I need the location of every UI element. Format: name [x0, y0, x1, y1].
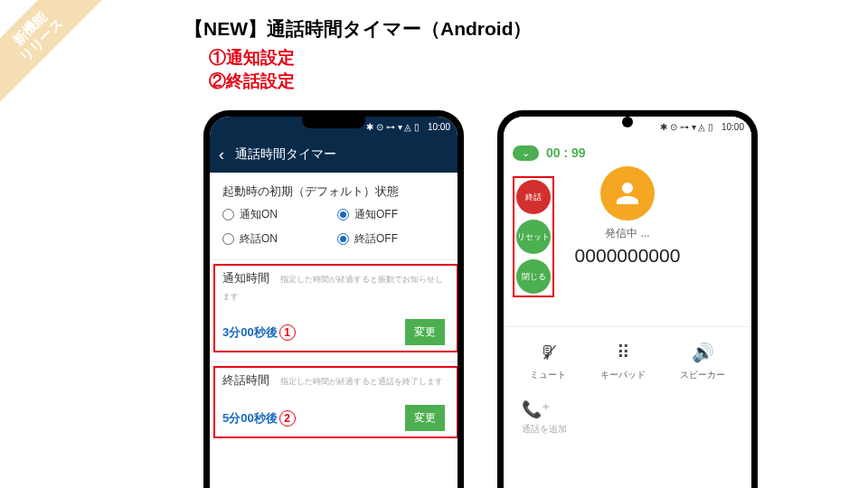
call-actions-row: 🎙︎̸ ミュート ⠿ キーパッド 🔊 スピーカー: [504, 326, 751, 389]
mute-button[interactable]: 🎙︎̸ ミュート: [530, 342, 566, 381]
call-elapsed-time: 00 : 99: [546, 145, 586, 160]
end-change-button[interactable]: 変更: [405, 405, 445, 431]
floating-timer-controls: 終話 リセット 閉じる: [516, 180, 551, 294]
phone-mock-call: ✱ ⊙ ⊶ ▾ ◬ ▯ 10:00 ⌄ 00 : 99 発信中 ... 0000…: [497, 110, 758, 488]
radio-notify-on[interactable]: 通知ON: [222, 207, 330, 222]
reset-button[interactable]: リセット: [516, 220, 551, 254]
keypad-icon: ⠿: [617, 342, 630, 363]
phone-mock-settings: ✱ ⊙ ⊶ ▾ ◬ ▯ 10:00 ‹ 通話時間タイマー 起動時の初期（デフォル…: [203, 110, 464, 488]
screen-title: 通話時間タイマー: [235, 146, 336, 163]
callout-1: ①通知設定: [209, 46, 295, 70]
app-bar: ‹ 通話時間タイマー: [210, 136, 458, 173]
notify-time-block: 通知時間 指定した時間が経過すると振動でお知らせします 3分00秒後 1 変更: [210, 259, 458, 356]
timer-collapse-pill[interactable]: ⌄: [513, 145, 539, 161]
radio-end-on[interactable]: 終話ON: [222, 231, 330, 247]
notify-change-button[interactable]: 変更: [405, 319, 445, 345]
callout-marker-2: 2: [279, 410, 296, 427]
notify-time-value: 3分00秒後 1: [222, 324, 296, 341]
caller-avatar: [600, 166, 655, 221]
add-call-icon: 📞⁺: [522, 399, 551, 419]
back-icon[interactable]: ‹: [219, 145, 224, 164]
callout-marker-1: 1: [279, 324, 296, 341]
speaker-icon: 🔊: [692, 342, 714, 363]
end-time-value: 5分00秒後 2: [222, 410, 296, 427]
end-call-button[interactable]: 終話: [516, 180, 551, 214]
new-feature-banner: 新機能 リリース: [0, 0, 111, 109]
speaker-button[interactable]: 🔊 スピーカー: [680, 342, 725, 381]
keypad-button[interactable]: ⠿ キーパッド: [600, 342, 646, 381]
add-call-button[interactable]: 📞⁺ 通話を追加: [504, 389, 751, 446]
callout-list: ①通知設定 ②終話設定: [209, 46, 295, 92]
radio-notify-off[interactable]: 通知OFF: [337, 207, 445, 222]
callout-2: ②終話設定: [209, 70, 295, 93]
close-button[interactable]: 閉じる: [516, 259, 551, 294]
page-title: 【NEW】通話時間タイマー（Android）: [184, 16, 532, 42]
end-time-block: 終話時間 指定した時間が経過すると通話を終了します 5分00秒後 2 変更: [210, 361, 458, 442]
default-state-label: 起動時の初期（デフォルト）状態: [210, 173, 458, 207]
radio-end-off[interactable]: 終話OFF: [337, 231, 445, 247]
mute-icon: 🎙︎̸: [539, 342, 557, 363]
